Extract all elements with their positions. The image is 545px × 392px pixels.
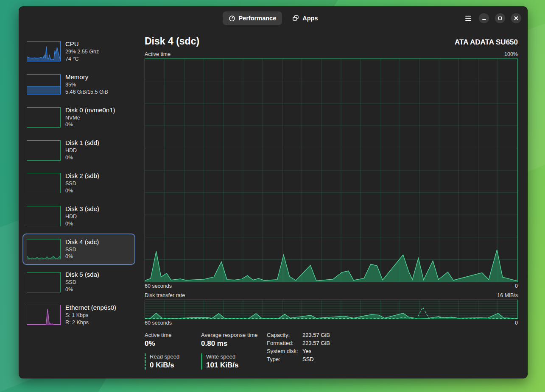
- chart2-axis: 60 seconds 0: [145, 320, 518, 326]
- sidebar-item-line: 0%: [65, 253, 99, 260]
- sidebar-item-title: Disk 2 (sdb): [65, 172, 99, 179]
- detail-label: Formatted:: [267, 340, 302, 346]
- sidebar-item-memory[interactable]: Memory 35% 5.46 GiB/15.5 GiB: [22, 69, 135, 100]
- read-speed-stat: Read speed 0 KiB/s: [145, 353, 201, 370]
- detail-row-type: Type: SSD: [267, 356, 330, 362]
- disk1-thumbnail: [27, 140, 61, 161]
- gauge-icon: [229, 15, 235, 22]
- transfer-rate-chart: [145, 300, 518, 319]
- sidebar-item-disk4[interactable]: Disk 4 (sdc) SSD 0%: [22, 234, 135, 265]
- sidebar-item-line: 74 °C: [65, 56, 99, 63]
- disk0-thumbnail: [27, 107, 61, 128]
- chart2-header: Disk transfer rate 16 MiB/s: [145, 292, 518, 298]
- active-time-stat: Active time 0%: [145, 332, 201, 348]
- sidebar-item-line: R: 2 Kbps: [65, 319, 116, 326]
- sidebar-item-ethernet[interactable]: Ethernet (enp6s0) S: 1 Kbps R: 2 Kbps: [22, 299, 135, 331]
- stats-section: Active time 0% Read speed 0 KiB/s Averag…: [145, 332, 518, 375]
- sidebar-item-text: Disk 1 (sdd) HDD 0%: [65, 139, 99, 161]
- sidebar-item-title: CPU: [65, 40, 99, 47]
- ethernet-thumbnail: [27, 305, 61, 325]
- page-title: Disk 4 (sdc): [145, 36, 199, 47]
- disk3-thumbnail: [27, 206, 61, 226]
- avg-response-stat: Average response time 0.80 ms: [201, 332, 263, 348]
- window-controls: [464, 7, 521, 30]
- title-row: Disk 4 (sdc) ATA ADATA SU650: [145, 36, 518, 47]
- minimize-icon: [482, 19, 486, 20]
- close-button[interactable]: [511, 13, 521, 23]
- detail-value: Yes: [302, 348, 311, 354]
- chart2-max-label: 16 MiB/s: [497, 292, 518, 298]
- active-time-value: 0%: [145, 339, 201, 348]
- device-name: ATA ADATA SU650: [455, 38, 518, 47]
- sidebar-item-line: HDD: [65, 147, 99, 154]
- detail-label: System disk:: [267, 348, 302, 354]
- tab-performance[interactable]: Performance: [223, 11, 282, 25]
- sidebar-item-line: 0%: [65, 286, 99, 293]
- minimize-button[interactable]: [479, 13, 489, 23]
- sidebar-item-line: SSD: [65, 279, 99, 286]
- write-speed-stat: Write speed 101 KiB/s: [201, 353, 263, 370]
- sidebar-item-text: Disk 3 (sde) HDD 0%: [65, 205, 99, 228]
- maximize-button[interactable]: [495, 13, 505, 23]
- detail-row-formatted: Formatted: 223.57 GiB: [267, 340, 330, 346]
- headerbar: Performance Apps: [19, 7, 527, 30]
- chart1-header: Active time 100%: [145, 51, 518, 57]
- detail-row-system-disk: System disk: Yes: [267, 348, 330, 354]
- view-switcher: Performance Apps: [223, 11, 324, 25]
- chart2-x-end-label: 0: [515, 320, 518, 326]
- app-window: Performance Apps: [19, 6, 528, 378]
- read-speed-label: Read speed: [150, 353, 201, 360]
- sidebar-item-title: Ethernet (enp6s0): [65, 304, 116, 311]
- stats-column-1: Active time 0% Read speed 0 KiB/s: [145, 332, 201, 375]
- sidebar-item-disk2[interactable]: Disk 2 (sdb) SSD 0%: [22, 167, 135, 199]
- sidebar-item-text: Disk 5 (sda) SSD 0%: [65, 271, 99, 293]
- sidebar-item-line: SSD: [65, 246, 99, 253]
- disk4-thumbnail: [27, 239, 61, 259]
- apps-icon: [292, 15, 299, 22]
- disk5-thumbnail: [27, 272, 61, 292]
- sidebar: CPU 29% 2.55 Ghz 74 °C Memory 35% 5.46 G…: [22, 36, 135, 332]
- avg-response-label: Average response time: [201, 332, 263, 338]
- chart1-title: Active time: [145, 51, 170, 57]
- chart1-xlabel: 60 seconds: [145, 283, 172, 289]
- main-panel: Disk 4 (sdc) ATA ADATA SU650 Active time…: [145, 30, 518, 378]
- tab-performance-label: Performance: [239, 15, 277, 22]
- sidebar-item-title: Disk 5 (sda): [65, 271, 99, 278]
- maximize-icon: [498, 17, 502, 20]
- sidebar-item-text: Disk 4 (sdc) SSD 0%: [65, 238, 99, 261]
- sidebar-item-line: 29% 2.55 Ghz: [65, 48, 99, 56]
- detail-label: Capacity:: [267, 332, 302, 338]
- chart2-title: Disk transfer rate: [145, 292, 185, 298]
- disk2-thumbnail: [27, 173, 61, 193]
- sidebar-item-text: Memory 35% 5.46 GiB/15.5 GiB: [65, 73, 108, 96]
- sidebar-item-text: Disk 2 (sdb) SSD 0%: [65, 172, 99, 195]
- sidebar-item-disk3[interactable]: Disk 3 (sde) HDD 0%: [22, 200, 135, 232]
- memory-thumbnail: [27, 74, 61, 95]
- menu-button[interactable]: [464, 13, 473, 24]
- write-speed-label: Write speed: [206, 353, 263, 360]
- read-speed-value: 0 KiB/s: [150, 361, 201, 370]
- sidebar-item-title: Disk 4 (sdc): [65, 238, 99, 245]
- sidebar-item-line: S: 1 Kbps: [65, 312, 116, 319]
- detail-value: 223.57 GiB: [302, 332, 330, 338]
- detail-value: 223.57 GiB: [302, 340, 330, 346]
- tab-apps-label: Apps: [302, 15, 318, 22]
- sidebar-item-line: 0%: [65, 187, 99, 195]
- tab-apps[interactable]: Apps: [286, 11, 324, 25]
- chart2-xlabel: 60 seconds: [145, 320, 172, 326]
- chart1-max-label: 100%: [504, 51, 518, 57]
- detail-row-capacity: Capacity: 223.57 GiB: [267, 332, 330, 338]
- sidebar-item-text: CPU 29% 2.55 Ghz 74 °C: [65, 40, 99, 63]
- sidebar-item-line: HDD: [65, 213, 99, 220]
- sidebar-item-text: Ethernet (enp6s0) S: 1 Kbps R: 2 Kbps: [65, 304, 116, 326]
- cpu-thumbnail: [27, 41, 61, 61]
- sidebar-item-title: Memory: [65, 73, 108, 81]
- sidebar-item-disk0[interactable]: Disk 0 (nvme0n1) NVMe 0%: [22, 102, 135, 133]
- sidebar-item-disk1[interactable]: Disk 1 (sdd) HDD 0%: [22, 134, 135, 166]
- chart1-axis: 60 seconds 0: [145, 283, 518, 289]
- detail-label: Type:: [267, 356, 302, 362]
- sidebar-item-line: 0%: [65, 121, 115, 128]
- sidebar-item-disk5[interactable]: Disk 5 (sda) SSD 0%: [22, 266, 135, 298]
- sidebar-item-text: Disk 0 (nvme0n1) NVMe 0%: [65, 106, 115, 129]
- sidebar-item-cpu[interactable]: CPU 29% 2.55 Ghz 74 °C: [22, 36, 135, 67]
